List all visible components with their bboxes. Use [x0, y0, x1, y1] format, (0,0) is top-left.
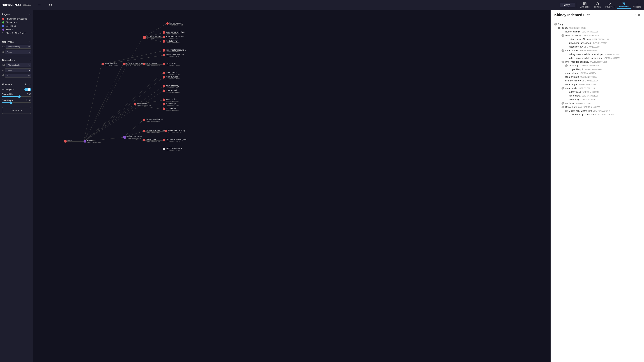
- az-icon: AZ: [2, 45, 5, 48]
- canvas-node-dot: [123, 136, 126, 139]
- canvas-node-name: Glomerular mesangium: [166, 138, 186, 141]
- cell-types-group-select[interactable]: None: [5, 50, 31, 54]
- il-item[interactable]: renal papillaUBERON:0001228: [554, 64, 640, 67]
- canvas-node-id: UBERON:0009883: [166, 42, 180, 44]
- tree-height-label: Tree Height: [2, 99, 13, 102]
- tree-height-thumb[interactable]: [10, 102, 12, 104]
- canvas-node-id: UBERON:0004200: [166, 78, 180, 80]
- cell-types-group-row: ⊙ None: [0, 49, 33, 55]
- il-item[interactable]: outer cortex of kidneyUBERON:0002189: [554, 37, 640, 41]
- panel-content[interactable]: BodykidneyUBERON:0002113kidney capsuleUB…: [551, 20, 644, 362]
- il-item-name: kidney outer medulla inner stripe: [569, 57, 602, 59]
- il-item-name: Glomerular Epithelium: [569, 109, 592, 112]
- canvas-node-dot: [84, 140, 86, 143]
- tree-width-value: 700: [27, 93, 31, 96]
- menu-button[interactable]: [34, 2, 44, 7]
- il-dot: [565, 110, 568, 112]
- biomarkers-sex-row: ⚥ All: [0, 73, 33, 78]
- sidebar-divider-2: [0, 56, 33, 56]
- il-item-id: UBERON:0001228: [582, 65, 599, 67]
- il-dot: [562, 102, 564, 105]
- il-item-name: cortex of kidney: [565, 34, 582, 37]
- il-item[interactable]: Parietal epithelial layerUBERON:0005750: [554, 113, 640, 116]
- il-item[interactable]: medullary rayUBERON:0009883: [554, 45, 640, 49]
- indented-list-button[interactable]: Indented List: [617, 1, 631, 9]
- canvas-node-name: kidney: [87, 139, 101, 142]
- il-item[interactable]: kidney calyxUBERON:0006517: [554, 90, 640, 94]
- svg-point-3: [50, 4, 52, 6]
- canvas-node-id: UBERON:0009095: [166, 64, 180, 66]
- canvas-node-name: renal column: [166, 71, 180, 73]
- data-tables-button[interactable]: Data Tables: [578, 1, 591, 8]
- search-button[interactable]: [45, 2, 56, 7]
- il-item-name: Renal Corpuscle: [565, 106, 582, 108]
- organ-selector[interactable]: Kidney: [560, 3, 575, 7]
- il-item[interactable]: renal pelvisUBERON:0001224: [554, 86, 640, 90]
- svg-line-41: [84, 87, 162, 142]
- panel-close-button[interactable]: ✕: [638, 13, 640, 17]
- contact-us-button[interactable]: Contact Us: [2, 107, 31, 114]
- il-item[interactable]: renal fat padUBERON:0014464: [554, 83, 640, 86]
- il-item-wrapper: nephronUBERON:0001285: [554, 101, 640, 105]
- panel-help-button[interactable]: ?: [634, 13, 636, 17]
- legend-item: Sheet 1 - New Nodes: [2, 31, 31, 35]
- canvas-node-dot: [162, 85, 165, 88]
- canvas-node-id: UBERON:0001284: [166, 73, 180, 75]
- il-item[interactable]: inner medulla of kidneyUBERON:0001294: [554, 60, 640, 64]
- il-item-id: UBERON:0004201: [604, 57, 620, 59]
- il-item[interactable]: kidney outer medulla inner stripeUBERON:…: [554, 56, 640, 60]
- il-item[interactable]: Body: [554, 22, 640, 26]
- il-item[interactable]: Renal CorpuscleUBERON:0001229: [554, 105, 640, 109]
- il-item-id: UBERON:0001229: [584, 106, 600, 108]
- download-icon[interactable]: [24, 83, 27, 86]
- il-item[interactable]: renal medullaUBERON:0000362: [554, 49, 640, 52]
- il-item-wrapper: renal papillaUBERON:0001228papillary tip…: [554, 64, 640, 71]
- il-item-wrapper: renal columnUBERON:0001284: [554, 71, 640, 75]
- il-item[interactable]: kidney outer medulla outer stripeUBERON:…: [554, 52, 640, 56]
- cell-types-section-header[interactable]: Cell Types: [0, 39, 33, 44]
- playground-button[interactable]: Playground: [604, 1, 616, 8]
- tree-height-track[interactable]: [2, 102, 31, 103]
- il-item[interactable]: nephronUBERON:0001285: [554, 101, 640, 105]
- refresh-button[interactable]: Refresh: [592, 1, 603, 8]
- il-item[interactable]: renal pyramidUBERON:0004200: [554, 75, 640, 79]
- il-item[interactable]: Glomerular EpitheliumUBERON:0004188: [554, 109, 640, 113]
- compare-button[interactable]: Compare: [632, 1, 642, 8]
- toolbar: HuBMAP CCF ASCT+B REPORTER Kidney Data T…: [0, 0, 644, 10]
- il-item[interactable]: papillary tipUBERON:0009095: [554, 67, 640, 71]
- canvas-area[interactable]: kidney capsuleUBERON:0002015outer cortex…: [33, 10, 550, 362]
- il-item-wrapper: inner medulla of kidneyUBERON:0001294ren…: [554, 60, 640, 71]
- il-item-id: UBERON:0004188: [593, 110, 610, 112]
- canvas-node-name: renal pelvis: [137, 103, 151, 105]
- tree-width-track[interactable]: [2, 96, 31, 97]
- il-item-wrapper: kidney outer medulla inner stripeUBERON:…: [554, 56, 640, 60]
- sex-icon: ⚥: [2, 74, 4, 77]
- il-item[interactable]: juxtamedullary cortexUBERON:0005271: [554, 41, 640, 45]
- il-item[interactable]: kidneyUBERON:0002113: [554, 26, 640, 30]
- biomarkers-sex-select[interactable]: All: [5, 74, 31, 78]
- biomarkers-sort-select[interactable]: Alphabetically: [6, 63, 31, 67]
- indented-list-root: BodykidneyUBERON:0002113kidney capsuleUB…: [554, 22, 640, 116]
- il-item[interactable]: minor calyxUBERON:0001227: [554, 98, 640, 101]
- tree-width-fill: [2, 96, 20, 97]
- ontology-ids-toggle[interactable]: [24, 88, 31, 91]
- legend-item: Anatomical Structures: [2, 17, 31, 21]
- il-item[interactable]: cortex of kidneyUBERON:0001225: [554, 33, 640, 37]
- il-item[interactable]: kidney capsuleUBERON:0002015: [554, 30, 640, 33]
- il-item-id: UBERON:0009883: [584, 46, 600, 48]
- tree-width-thumb[interactable]: [18, 95, 21, 98]
- cell-types-sort-select[interactable]: Alphabetically: [6, 45, 31, 49]
- legend-header[interactable]: Legend: [2, 13, 31, 16]
- biomarkers-group-select[interactable]: None: [5, 68, 31, 72]
- canvas-node-id: UBERON:0014464: [166, 91, 180, 93]
- il-item[interactable]: hilum of kidneyUBERON:0008716: [554, 79, 640, 83]
- canvas-node-name: kidney outer medulla ...: [166, 53, 186, 55]
- il-item[interactable]: renal columnUBERON:0001284: [554, 71, 640, 75]
- legend-item-label: Sheet 1: [6, 28, 13, 31]
- il-item[interactable]: major calyxUBERON:0001226: [554, 94, 640, 98]
- il-item-name: major calyx: [569, 94, 580, 97]
- il-item-id: UBERON:0009095: [585, 68, 602, 70]
- biomarkers-section-header[interactable]: Biomarkers: [0, 58, 33, 62]
- legend-dot: [2, 32, 4, 34]
- canvas-node-name: juxtamedullary cortex: [166, 35, 184, 37]
